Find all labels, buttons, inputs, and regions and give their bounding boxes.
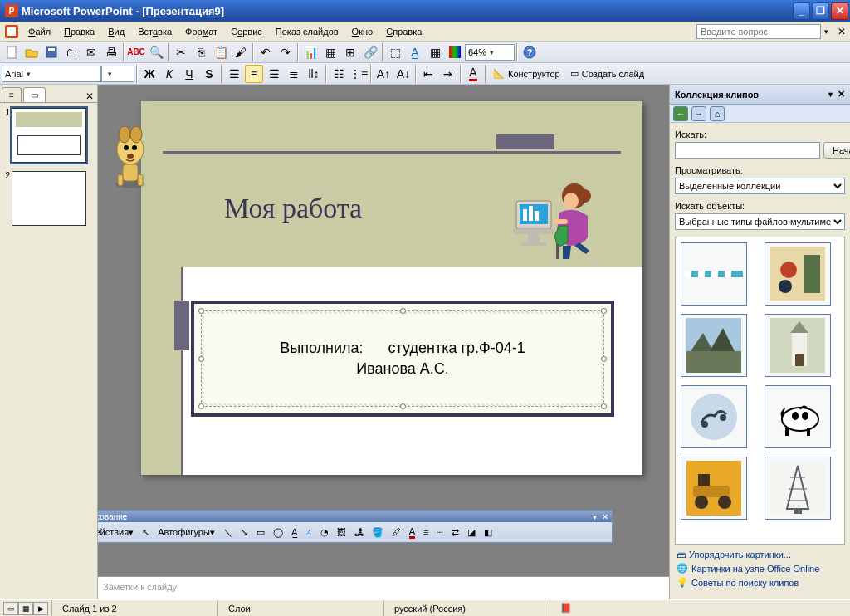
align-right-icon[interactable]: ☰	[265, 65, 283, 83]
browse-select[interactable]: Выделенные коллекции	[675, 178, 845, 194]
undo-icon[interactable]: ↶	[256, 43, 275, 61]
bullets-icon[interactable]: ⋮≡	[349, 65, 368, 83]
line-color-icon[interactable]: 🖊	[388, 524, 404, 540]
redo-icon[interactable]: ↷	[276, 43, 295, 61]
decrease-font-icon[interactable]: A↓	[394, 65, 413, 83]
align-left-icon[interactable]: ☰	[225, 65, 243, 83]
paste-icon[interactable]: 📋	[212, 43, 230, 61]
permissions-icon[interactable]: 🗀	[62, 43, 81, 61]
menu-file[interactable]: Файл	[22, 24, 57, 39]
thumbnail-1[interactable]: 1	[3, 108, 94, 163]
font-size-combo[interactable]: ▾	[101, 66, 134, 82]
font-combo[interactable]: Arial▾	[2, 66, 101, 82]
shadow-icon[interactable]: S	[200, 65, 218, 83]
menu-format[interactable]: Формат	[178, 24, 224, 39]
font-color-icon[interactable]: A	[464, 65, 482, 83]
new-doc-icon[interactable]	[2, 43, 21, 61]
research-icon[interactable]: 🔍	[147, 43, 165, 61]
slide-viewport[interactable]: Моя работа	[98, 85, 669, 576]
design-button[interactable]: 📐Конструктор	[488, 65, 565, 83]
objects-select[interactable]: Выбранные типы файлов мультимед	[675, 213, 845, 230]
fill-color-icon[interactable]: 🪣	[369, 524, 387, 540]
menu-view[interactable]: Вид	[101, 24, 131, 39]
increase-font-icon[interactable]: A↑	[374, 65, 393, 83]
cut-icon[interactable]: ✂	[172, 43, 190, 61]
spellcheck-icon[interactable]: ABC	[127, 43, 145, 61]
clip-result-3[interactable]	[681, 314, 747, 377]
zoom-combo[interactable]: 64%▾	[465, 44, 515, 61]
table-icon[interactable]: ▦	[321, 43, 340, 61]
slideshow-view-icon[interactable]: ▶	[33, 602, 48, 615]
help-search-dropdown[interactable]: ▾	[821, 27, 831, 36]
taskpane-menu-icon[interactable]: ▾	[828, 90, 833, 99]
line-style-icon[interactable]: ≡	[420, 524, 432, 540]
spell-status-icon[interactable]: 📕	[550, 600, 582, 616]
grid-icon[interactable]: ▦	[426, 43, 444, 61]
show-formatting-icon[interactable]: A̲	[406, 43, 424, 61]
menu-help[interactable]: Справка	[379, 24, 428, 39]
close-button[interactable]: ✕	[831, 2, 848, 20]
thumbnails-close[interactable]: ✕	[85, 90, 94, 102]
textbox-line-1[interactable]: Выполнила: студентка гр.Ф-04-1	[280, 340, 525, 357]
tp-forward-icon[interactable]: →	[691, 106, 706, 121]
menu-window[interactable]: Окно	[345, 24, 380, 39]
clip-search-input[interactable]	[675, 142, 820, 159]
rectangle-icon[interactable]: ▭	[253, 524, 268, 540]
oval-icon[interactable]: ◯	[270, 524, 286, 540]
drawbar-close-icon[interactable]: ✕	[602, 512, 608, 521]
menu-slideshow[interactable]: Показ слайдов	[269, 24, 345, 39]
dash-style-icon[interactable]: ┈	[434, 524, 447, 540]
shadow-icon[interactable]: ◪	[464, 524, 479, 540]
help-search-input[interactable]	[696, 24, 821, 39]
font-color2-icon[interactable]: A	[406, 524, 418, 540]
color-icon[interactable]	[446, 43, 464, 61]
clip-result-7[interactable]	[681, 457, 747, 520]
textbox-icon[interactable]: A̲	[288, 524, 301, 540]
tp-back-icon[interactable]: ←	[673, 106, 688, 121]
autoshapes-menu[interactable]: Автофигуры▾	[154, 524, 218, 540]
taskpane-close-icon[interactable]: ✕	[838, 89, 845, 100]
print-icon[interactable]: 🖶	[102, 43, 120, 61]
textbox-line-2[interactable]: Иванова А.С.	[356, 360, 449, 378]
search-tips-link[interactable]: 💡 Советы по поиску клипов	[677, 575, 843, 589]
clipart-icon[interactable]: 🖼	[334, 524, 349, 540]
tables-borders-icon[interactable]: ⊞	[341, 43, 359, 61]
increase-indent-icon[interactable]: ⇥	[439, 65, 457, 83]
format-painter-icon[interactable]: 🖌	[232, 43, 250, 61]
picture-icon[interactable]: 🏞	[351, 524, 367, 540]
copy-icon[interactable]: ⎘	[192, 43, 210, 61]
menu-insert[interactable]: Вставка	[131, 24, 178, 39]
text-direction-icon[interactable]: ll↕	[305, 65, 323, 83]
menu-tools[interactable]: Сервис	[224, 24, 269, 39]
3d-icon[interactable]: ◧	[481, 524, 496, 540]
slide-textbox-selected[interactable]: Выполнила: студентка гр.Ф-04-1 Иванова А…	[191, 301, 614, 417]
select-arrow-icon[interactable]: ↖	[139, 524, 153, 540]
save-icon[interactable]	[42, 43, 61, 61]
line-icon[interactable]: ＼	[220, 524, 236, 540]
distributed-icon[interactable]: ≣	[285, 65, 303, 83]
sorter-view-icon[interactable]: ▦	[18, 602, 33, 615]
clip-result-5[interactable]	[681, 385, 747, 448]
clip-result-2[interactable]	[765, 242, 831, 306]
underline-icon[interactable]: Ч	[180, 65, 198, 83]
arrow-icon[interactable]: ↘	[237, 524, 252, 540]
new-slide-button[interactable]: ▭Создать слайд	[565, 65, 649, 83]
italic-icon[interactable]: К	[160, 65, 178, 83]
decrease-indent-icon[interactable]: ⇤	[419, 65, 437, 83]
notes-pane[interactable]: Заметки к слайду	[98, 576, 669, 599]
normal-view-icon[interactable]: ▭	[3, 602, 18, 615]
slides-tab[interactable]: ▭	[23, 87, 46, 102]
hyperlink-icon[interactable]: 🔗	[361, 43, 379, 61]
slide-canvas[interactable]: Моя работа	[141, 101, 642, 475]
organize-clips-link[interactable]: 🗃 Упорядочить картинки...	[677, 548, 843, 561]
minimize-button[interactable]: _	[793, 2, 810, 20]
office-online-link[interactable]: 🌐 Картинки на узле Office Online	[677, 561, 843, 575]
clipart-person[interactable]	[510, 176, 601, 267]
open-icon[interactable]	[22, 43, 41, 61]
document-close-button[interactable]: ✕	[834, 24, 848, 38]
draw-actions-menu[interactable]: Действия▾	[98, 524, 137, 540]
bold-icon[interactable]: Ж	[140, 65, 159, 83]
menu-edit[interactable]: Правка	[57, 24, 101, 39]
clip-result-6[interactable]	[765, 385, 831, 448]
tp-home-icon[interactable]: ⌂	[710, 106, 725, 121]
